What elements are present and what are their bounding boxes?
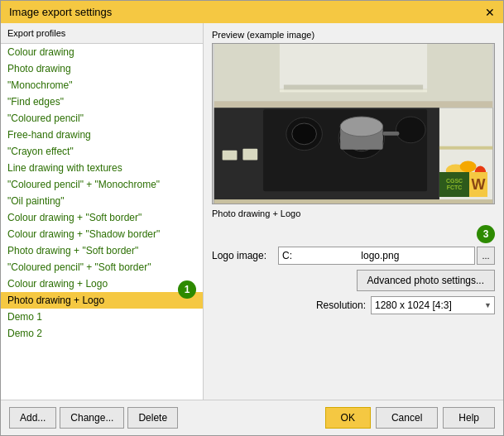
list-item[interactable]: Photo drawing	[1, 60, 203, 77]
add-button[interactable]: Add...	[9, 407, 56, 429]
help-button[interactable]: Help	[443, 407, 495, 429]
resolution-select-wrapper: 1280 x 1024 [4:3] 1920 x 1080 [16:9] 800…	[371, 296, 495, 314]
list-item[interactable]: "Coloured pencil" + "Monochrome"	[1, 176, 203, 193]
close-button[interactable]: ✕	[485, 7, 495, 18]
logo-image-row: Logo image: ...	[212, 247, 495, 265]
list-item[interactable]: Colour drawing + Logo 1	[1, 275, 203, 292]
list-item[interactable]: Colour drawing	[1, 44, 203, 60]
delete-button[interactable]: Delete	[127, 407, 178, 429]
svg-point-14	[340, 117, 382, 137]
resolution-label: Resolution:	[316, 299, 366, 311]
svg-rect-15	[383, 132, 400, 136]
list-item[interactable]: Free-hand drawing	[1, 127, 203, 143]
svg-point-11	[396, 117, 425, 143]
preview-image-container: 2 CGSC FCTC W	[212, 43, 495, 204]
title-bar: Image export settings ✕	[1, 1, 503, 23]
right-panel: Preview (example image)	[204, 23, 503, 400]
footer-left-buttons: Add... Change... Delete	[9, 407, 178, 429]
list-item[interactable]: "Monochrome"	[1, 77, 203, 93]
preview-label: Preview (example image)	[212, 30, 495, 40]
left-panel: Export profiles Colour drawing Photo dra…	[1, 23, 204, 400]
list-item[interactable]: Photo drawing + "Soft border"	[1, 242, 203, 259]
list-item[interactable]: "Find edges"	[1, 93, 203, 110]
svg-rect-3	[280, 89, 427, 92]
list-item[interactable]: "Coloured pencil"	[1, 110, 203, 127]
logo-code-line1: CGSC	[446, 178, 463, 184]
svg-rect-4	[214, 101, 493, 108]
advanced-photo-settings-button[interactable]: Advanced photo settings...	[357, 270, 495, 291]
footer-right-buttons: OK Cancel Help	[325, 407, 495, 429]
change-button[interactable]: Change...	[60, 407, 124, 429]
list-item[interactable]: Colour drawing + "Soft border"	[1, 209, 203, 226]
dialog-body: Export profiles Colour drawing Photo dra…	[1, 23, 503, 400]
cancel-button[interactable]: Cancel	[376, 407, 438, 429]
resolution-select[interactable]: 1280 x 1024 [4:3] 1920 x 1080 [16:9] 800…	[371, 296, 495, 314]
svg-rect-1	[280, 44, 427, 89]
list-item[interactable]: "Coloured pencil" + "Soft border"	[1, 259, 203, 275]
svg-rect-23	[242, 149, 257, 161]
list-item[interactable]: Demo 2	[1, 325, 203, 342]
dialog-footer: Add... Change... Delete OK Cancel Help	[1, 400, 503, 435]
svg-rect-24	[214, 199, 493, 204]
logo-code-line2: FCTC	[447, 184, 463, 191]
list-item[interactable]: Line drawing with textures	[1, 160, 203, 176]
logo-overlay: CGSC FCTC W	[439, 172, 487, 197]
dialog-title: Image export settings	[9, 6, 112, 18]
list-item[interactable]: Demo 1	[1, 309, 203, 325]
logo-image-input[interactable]	[278, 247, 475, 265]
badge-1: 1	[178, 280, 196, 299]
logo-image-label: Logo image:	[212, 250, 278, 261]
ok-button[interactable]: OK	[325, 407, 371, 429]
list-item-selected[interactable]: Photo drawing + Logo	[1, 292, 203, 309]
list-item[interactable]: "Crayon effect"	[1, 143, 203, 160]
list-item[interactable]: Colour drawing + "Shadow border"	[1, 226, 203, 242]
profile-list: Colour drawing Photo drawing "Monochrome…	[1, 44, 203, 400]
resolution-row: Resolution: 1280 x 1024 [4:3] 1920 x 108…	[212, 296, 495, 314]
browse-button[interactable]: ...	[477, 247, 495, 265]
badge-3: 3	[477, 225, 495, 243]
logo-w: W	[469, 172, 487, 197]
export-profiles-header: Export profiles	[1, 23, 203, 44]
svg-point-8	[292, 123, 317, 145]
svg-rect-22	[223, 151, 238, 161]
advanced-row: Advanced photo settings...	[212, 270, 495, 291]
dialog-container: Image export settings ✕ Export profiles …	[0, 0, 504, 436]
preview-caption: Photo drawing + Logo	[212, 208, 495, 218]
svg-rect-21	[439, 146, 492, 150]
svg-point-18	[460, 161, 477, 173]
list-item[interactable]: "Oil painting"	[1, 193, 203, 209]
